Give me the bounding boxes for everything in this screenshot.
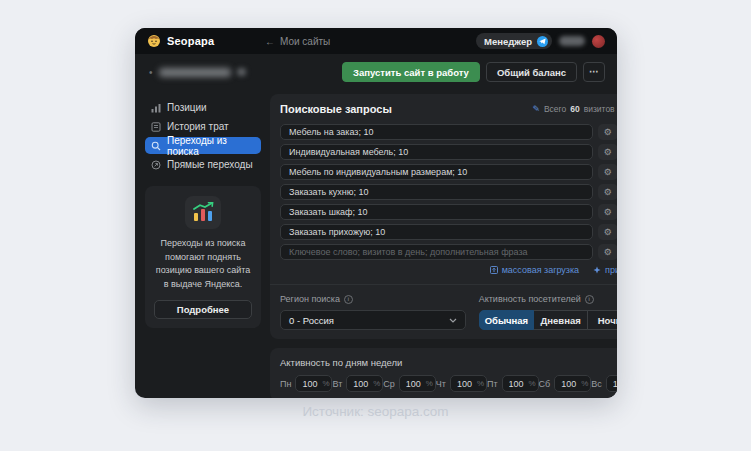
search-queries-card: Поисковые запросы ✎ Всего 60 визитов в д… [270, 94, 617, 339]
bar-chart-icon [151, 103, 161, 113]
upload-icon [490, 266, 498, 274]
topbar: Seopapa ← Мои сайты Менеджер [135, 28, 617, 54]
gear-icon[interactable]: ⚙ [598, 204, 617, 220]
total-suffix: визитов в день [584, 104, 617, 114]
search-icon [151, 141, 161, 151]
segment-normal[interactable]: Обычная [479, 310, 534, 330]
day-value-input[interactable] [509, 379, 529, 389]
day-value-box: % [606, 375, 617, 392]
gear-icon[interactable]: ⚙ [598, 244, 617, 260]
source-caption: Источник: seopapa.com [0, 404, 751, 419]
nav-my-sites[interactable]: ← Мои сайты [265, 36, 330, 47]
week-activity-card: Активность по дням недели Пн % Вт % [270, 348, 617, 398]
sidebar-item-label: История трат [167, 121, 229, 132]
launch-site-button[interactable]: Запустить сайт в работу [342, 62, 480, 82]
manager-button[interactable]: Менеджер [476, 33, 552, 49]
gear-icon[interactable]: ⚙ [598, 184, 617, 200]
site-actions: Запустить сайт в работу Общий баланс ⋯ [342, 62, 605, 82]
balance-blurred [559, 36, 585, 46]
app-window: Seopapa ← Мои сайты Менеджер • [135, 28, 617, 398]
examples-link[interactable]: примеры [593, 265, 617, 275]
page: Seopapa ← Мои сайты Менеджер • [0, 0, 751, 451]
day-value-input[interactable] [561, 379, 581, 389]
window-body: Позиции История трат Переходы из поиска [135, 90, 617, 398]
new-query-input[interactable] [280, 244, 593, 260]
query-input[interactable] [280, 124, 593, 140]
queries-header: Поисковые запросы ✎ Всего 60 визитов в д… [280, 103, 617, 115]
promo-details-button[interactable]: Подробнее [154, 300, 252, 319]
day-label: Вс [591, 379, 602, 389]
day-value-input[interactable] [613, 379, 617, 389]
query-row: ⚙ [280, 224, 617, 240]
day-value-box: % [399, 375, 436, 392]
sidebar-item-label: Переходы из поиска [167, 135, 255, 157]
main-content: Поисковые запросы ✎ Всего 60 визитов в д… [270, 94, 617, 398]
day-value-box: % [450, 375, 487, 392]
day-group: Вс % [591, 375, 617, 392]
gear-icon[interactable]: ⚙ [598, 124, 617, 140]
day-group: Сб % [539, 375, 592, 392]
activity-segment-control: Обычная Дневная Ночная [479, 310, 617, 330]
brand-name: Seopapa [167, 35, 214, 47]
segment-day[interactable]: Дневная [533, 310, 588, 330]
total-visits[interactable]: ✎ Всего 60 визитов в день [532, 104, 617, 114]
site-name[interactable]: • [149, 67, 246, 78]
day-value-box: % [554, 375, 591, 392]
region-value: 0 - Россия [289, 315, 334, 326]
query-input[interactable] [280, 164, 593, 180]
total-balance-button[interactable]: Общий баланс [486, 62, 577, 82]
day-value-box: % [295, 375, 332, 392]
brand: Seopapa [147, 34, 214, 48]
sidebar: Позиции История трат Переходы из поиска [145, 94, 261, 398]
query-row: ⚙ [280, 184, 617, 200]
segment-night[interactable]: Ночная [587, 310, 617, 330]
sidebar-item-spend-history[interactable]: История трат [145, 118, 261, 135]
back-arrow-icon: ← [265, 36, 275, 47]
activity-label: Активность посетителей [479, 294, 581, 304]
telegram-icon [537, 36, 548, 47]
day-group: Ср % [383, 375, 436, 392]
circle-arrow-icon [151, 160, 161, 170]
more-options-button[interactable]: ⋯ [583, 62, 605, 82]
avatar[interactable] [592, 35, 605, 48]
query-input[interactable] [280, 144, 593, 160]
query-row: ⚙ [280, 144, 617, 160]
week-days-row: Пн % Вт % Ср [280, 375, 617, 392]
sidebar-item-direct-visits[interactable]: Прямые переходы [145, 156, 261, 173]
day-value-input[interactable] [353, 379, 373, 389]
percent-suffix: % [581, 379, 588, 388]
day-group: Вт % [332, 375, 383, 392]
gear-icon[interactable]: ⚙ [598, 164, 617, 180]
query-input[interactable] [280, 204, 593, 220]
query-row: ⚙ [280, 204, 617, 220]
week-activity-label: Активность по дням недели [280, 357, 617, 368]
query-input[interactable] [280, 184, 593, 200]
region-select[interactable]: 0 - Россия [280, 310, 466, 330]
sidebar-item-positions[interactable]: Позиции [145, 99, 261, 116]
bulk-upload-link[interactable]: массовая загрузка [490, 265, 579, 275]
query-rows: ⚙ ⚙ ⚙ [280, 124, 617, 260]
topbar-right: Менеджер [476, 33, 605, 49]
gear-icon[interactable]: ⚙ [598, 224, 617, 240]
query-links: массовая загрузка примеры [280, 265, 617, 275]
info-icon: i [585, 295, 594, 304]
sidebar-item-search-visits[interactable]: Переходы из поиска [145, 137, 261, 154]
day-label: Ср [383, 379, 395, 389]
day-value-input[interactable] [406, 379, 426, 389]
day-value-input[interactable] [457, 379, 477, 389]
query-input[interactable] [280, 224, 593, 240]
percent-suffix: % [529, 379, 536, 388]
day-label: Вт [332, 379, 342, 389]
growth-chart-icon [185, 196, 221, 229]
sparkle-icon [593, 266, 601, 274]
activity-label-row: Активность посетителей i [479, 294, 617, 304]
gear-icon[interactable]: ⚙ [598, 144, 617, 160]
day-group: Чт % [436, 375, 487, 392]
total-value: 60 [570, 104, 579, 114]
promo-card: Переходы из поиска помогают поднять пози… [145, 186, 261, 328]
query-row-new: ⚙ [280, 244, 617, 260]
day-value-input[interactable] [302, 379, 322, 389]
day-label: Пт [487, 379, 498, 389]
day-value-box: % [346, 375, 383, 392]
region-block: Регион поиска i 0 - Россия [280, 294, 466, 330]
